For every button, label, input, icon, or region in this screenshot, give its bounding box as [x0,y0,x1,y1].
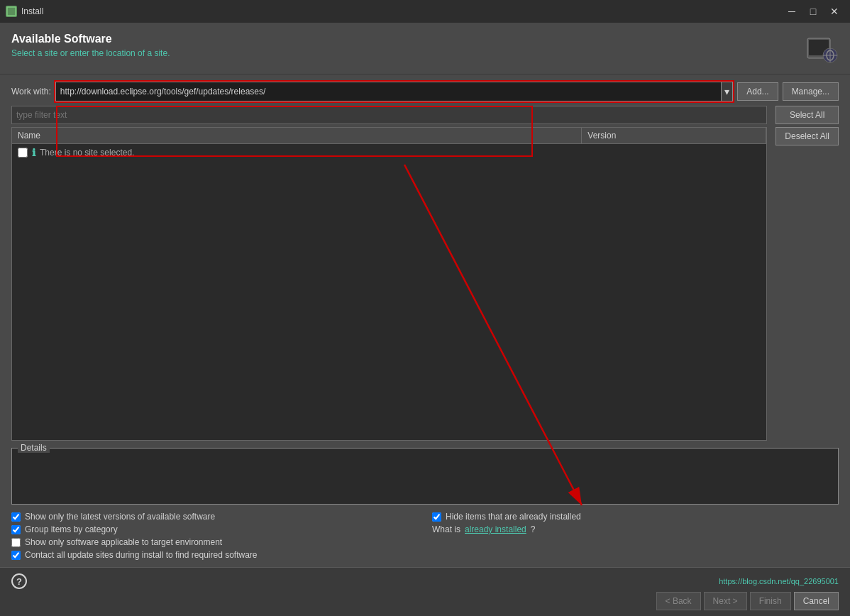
table-body: ℹ There is no site selected. [12,144,766,440]
title-bar: Install ─ □ ✕ [0,0,850,23]
dialog-header: Available Software Select a site or ente… [0,23,850,75]
work-with-row: Work with: ▾ Add... Manage... [11,82,839,101]
footer-buttons: < Back Next > Finish Cancel [11,592,839,610]
header-text: Available Software Select a site or ente… [11,33,796,58]
table-header: Name Version [12,128,766,144]
work-with-label: Work with: [11,87,51,97]
filter-input[interactable] [11,106,767,124]
already-installed-suffix: ? [531,524,536,534]
filter-row [11,106,767,124]
show-latest-versions-checkbox[interactable] [11,512,21,522]
header-icon [805,33,839,67]
name-column-header: Name [12,128,582,143]
footer-url: https://blog.csdn.net/qq_22695001 [719,577,839,585]
show-applicable-checkbox[interactable] [11,538,21,547]
footer-help-row: ? https://blog.csdn.net/qq_22695001 [11,573,839,589]
dialog-subtitle: Select a site or enter the location of a… [11,48,796,58]
work-with-input-wrapper: ▾ [55,82,733,101]
already-installed-link[interactable]: already installed [465,524,526,534]
work-with-input[interactable] [56,82,721,101]
software-table: Name Version ℹ There is no site selected… [11,127,767,441]
options-section: Show only the latest versions of availab… [11,512,839,560]
minimize-button[interactable]: ─ [782,1,802,21]
version-column-header: Version [582,128,766,143]
dialog-body: Work with: ▾ Add... Manage... Name Versi… [0,75,850,567]
next-button[interactable]: Next > [704,592,747,610]
cancel-button[interactable]: Cancel [794,592,839,610]
back-button[interactable]: < Back [656,592,701,610]
contact-update-sites-label[interactable]: Contact all update sites during install … [25,550,258,560]
work-with-dropdown-button[interactable]: ▾ [721,82,732,101]
show-applicable-label[interactable]: Show only software applicable to target … [25,537,222,547]
hide-installed-option: Hide items that are already installed [432,512,839,522]
details-section: Details [11,448,839,505]
group-by-category-checkbox[interactable] [11,525,21,534]
manage-button[interactable]: Manage... [783,82,839,101]
add-button[interactable]: Add... [737,82,778,101]
table-area: Name Version ℹ There is no site selected… [11,106,839,441]
already-installed-text: What is [432,524,460,534]
row-checkbox[interactable] [18,148,28,158]
details-label: Details [18,443,50,453]
hide-installed-label[interactable]: Hide items that are already installed [446,512,581,522]
table-row: ℹ There is no site selected. [12,144,766,161]
window-controls: ─ □ ✕ [782,1,844,21]
info-icon: ℹ [32,147,35,158]
finish-button[interactable]: Finish [750,592,791,610]
show-applicable-option: Show only software applicable to target … [11,537,418,547]
group-by-category-label[interactable]: Group items by category [25,524,118,534]
svg-rect-1 [9,9,14,14]
contact-update-sites-option: Contact all update sites during install … [11,550,418,560]
dialog-footer: ? https://blog.csdn.net/qq_22695001 < Ba… [0,567,850,616]
deselect-all-button[interactable]: Deselect All [776,127,839,145]
select-all-button[interactable]: Select All [776,106,839,124]
app-icon [6,6,17,17]
maximize-button[interactable]: □ [803,1,823,21]
show-latest-versions-label[interactable]: Show only the latest versions of availab… [25,512,215,522]
install-dialog: Available Software Select a site or ente… [0,23,850,616]
right-buttons: Select All Deselect All [776,106,839,441]
dialog-title: Available Software [11,33,796,45]
help-button[interactable]: ? [11,573,27,589]
close-button[interactable]: ✕ [824,1,844,21]
already-installed-row: What is already installed ? [432,524,839,534]
contact-update-sites-checkbox[interactable] [11,551,21,560]
hide-installed-checkbox[interactable] [432,512,441,522]
group-by-category-option: Group items by category [11,524,418,534]
window-title: Install [21,6,782,16]
show-latest-versions-option: Show only the latest versions of availab… [11,512,418,522]
no-site-message: There is no site selected. [40,148,134,158]
